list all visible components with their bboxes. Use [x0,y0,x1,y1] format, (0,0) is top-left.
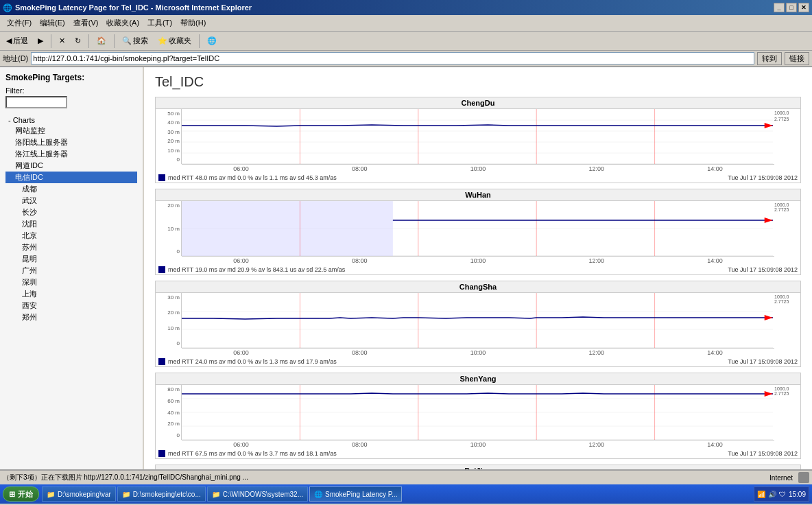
taskbar-items: 📁 D:\smokeping\var 📁 D:\smokeping\etc\co… [42,486,751,502]
chart-stats-changsha: med RTT 24.0 ms av md 0.0 % av ls 1.3 ms… [156,357,800,366]
toolbar-sep4 [199,34,200,48]
links-button[interactable]: 链接 [785,52,809,65]
taskbar-item-1[interactable]: 📁 D:\smokeping\etc\co... [117,486,206,502]
maximize-button[interactable]: □ [786,3,797,12]
favorites-button[interactable]: ⭐ 收藏夹 [154,34,195,48]
chart-title-shenyang: ShenYang [156,373,800,385]
taskbar-item-0[interactable]: 📁 D:\smokeping\var [42,486,116,502]
chart-stats-wuhan: med RTT 19.0 ms av md 20.9 % av ls 843.1… [156,265,800,274]
nav-kunming[interactable]: 昆明 [5,253,137,265]
nav-telecom-idc[interactable]: 网道IDC [5,160,137,172]
forward-button[interactable]: ▶ [34,34,47,47]
menu-edit[interactable]: 编辑(E) [36,16,69,30]
toolbar-sep1 [51,34,51,48]
content-area[interactable]: Tel_IDC ChengDu 50 m 40 m 30 m 20 m 10 m… [144,67,812,469]
stats-color-changsha [158,358,165,365]
chart-stats-chengdu: med RTT 48.0 ms av md 0.0 % av ls 1.1 ms… [156,173,800,183]
menu-favorites[interactable]: 收藏夹(A) [102,16,143,30]
stats-color-chengdu [158,174,165,181]
nav-station-monitor[interactable]: 网站监控 [5,125,137,137]
stats-left-shenyang: med RTT 67.5 ms av md 0.0 % av ls 3.7 ms… [158,450,337,457]
nav-changsha[interactable]: 长沙 [5,207,137,218]
chart-rightlabel-wuhan: 1000.0 2.7725 [773,201,800,256]
start-button[interactable]: ⊞ 开始 [3,486,39,502]
stats-left-changsha: med RTT 24.0 ms av md 0.0 % av ls 1.3 ms… [158,358,337,365]
nav-zhengzhou[interactable]: 郑州 [5,312,137,323]
chart-title-beijing: BeiJing [156,465,800,469]
chart-ylabel-changsha: 30 m 20 m 10 m 0 [156,293,182,348]
menu-view[interactable]: 查看(V) [69,16,103,30]
svg-marker-25 [765,315,773,320]
chart-svg-changsha [182,293,773,348]
ie-title-icon: 🌐 [3,3,12,12]
chart-ylabel-wuhan: 20 m 10 m 0 [156,201,182,256]
search-button[interactable]: 🔍 搜索 [119,34,152,48]
status-text: （剩下3项）正在下载图片 http://127.0.0.1:741/zing/T… [3,473,764,482]
nav-tel-idc[interactable]: 电信IDC [5,172,137,183]
page-title: Tel_IDC [155,74,801,90]
home-button[interactable]: 🏠 [93,34,110,47]
stats-color-wuhan [158,266,165,273]
chart-ylabel-shenyang: 80 m 60 m 40 m 20 m 0 [156,385,182,440]
nav-shenzhen[interactable]: 深圳 [5,277,137,288]
filter-label: Filter: [5,86,137,95]
chart-rightlabel-changsha: 1000.0 2.7725 [773,293,800,348]
menu-file[interactable]: 文件(F) [3,16,36,30]
taskbar-item-2[interactable]: 📁 C:\WINDOWS\system32... [207,486,308,502]
folder-icon-0: 📁 [47,491,55,498]
nav-charts[interactable]: - Charts [5,115,137,125]
title-bar-buttons[interactable]: _ □ ✕ [774,3,809,12]
chart-rightlabel-chengdu: 1000.0 2.7725 [773,109,800,164]
nav-online-server2[interactable]: 洛江线上服务器 [5,148,137,160]
chart-svg-chengdu [182,109,773,164]
menu-help[interactable]: 帮助(H) [176,16,210,30]
nav-guangzhou[interactable]: 广州 [5,265,137,277]
chart-xlabel-wuhan: 06:00 08:00 10:00 12:00 14:00 [182,256,774,265]
sidebar: SmokePing Targets: Filter: - Charts 网站监控… [0,67,144,469]
chart-title-chengdu: ChengDu [156,97,800,109]
zone-label: Internet [769,474,793,482]
chart-rightlabel-shenyang: 1000.0 2.7725 [773,385,800,440]
stats-left-wuhan: med RTT 19.0 ms av md 20.9 % av ls 843.1… [158,266,345,273]
address-label: 地址(D) [3,54,28,64]
filter-input[interactable] [5,96,67,108]
taskbar-item-3[interactable]: 🌐 SmokePing Latency P... [309,486,402,502]
sidebar-nav: - Charts 网站监控 洛阳线上服务器 洛江线上服务器 网道IDC 电信ID… [5,115,137,323]
folder-icon-1: 📁 [122,491,130,498]
nav-online-server1[interactable]: 洛阳线上服务器 [5,137,137,148]
main-area: SmokePing Targets: Filter: - Charts 网站监控… [0,67,812,469]
chart-wuhan: WuHan 20 m 10 m 0 [155,189,801,275]
windows-logo: ⊞ [9,490,15,499]
ie-logo: 🌐 [204,34,220,47]
nav-shanghai[interactable]: 上海 [5,288,137,300]
chart-stats-shenyang: med RTT 67.5 ms av md 0.0 % av ls 3.7 ms… [156,449,800,458]
address-bar: 地址(D) 转到 链接 [0,51,812,67]
toolbar-sep2 [88,34,89,48]
status-icon [798,472,809,483]
nav-shenyang[interactable]: 沈阳 [5,218,137,230]
chart-chengdu: ChengDu 50 m 40 m 30 m 20 m 10 m 0 [155,97,801,183]
chart-area-wuhan [182,201,773,256]
toolbar-sep3 [114,34,115,48]
nav-wuhan[interactable]: 武汉 [5,195,137,207]
taskbar-tray: 📶 🔊 🛡 15:09 [754,486,809,502]
window-title: SmokePing Latency Page for Tel_IDC - Mic… [15,3,252,12]
refresh-button[interactable]: ↻ [71,34,84,47]
chart-area-changsha [182,293,773,348]
close-button[interactable]: ✕ [798,3,809,12]
menu-tools[interactable]: 工具(T) [143,16,176,30]
address-input[interactable] [31,52,754,64]
nav-xian[interactable]: 西安 [5,300,137,312]
back-button[interactable]: ◀ 后退 [3,34,32,48]
stop-button[interactable]: ✕ [56,34,69,47]
minimize-button[interactable]: _ [774,3,785,12]
nav-suzhou[interactable]: 苏州 [5,242,137,253]
title-bar-left: 🌐 SmokePing Latency Page for Tel_IDC - M… [3,3,252,12]
svg-rect-12 [182,201,393,256]
chart-changsha: ChangSha 30 m 20 m 10 m 0 [155,281,801,367]
nav-beijing[interactable]: 北京 [5,230,137,242]
svg-marker-9 [765,123,773,128]
stats-color-shenyang [158,450,165,457]
nav-chengdu[interactable]: 成都 [5,183,137,195]
go-button[interactable]: 转到 [757,52,782,65]
